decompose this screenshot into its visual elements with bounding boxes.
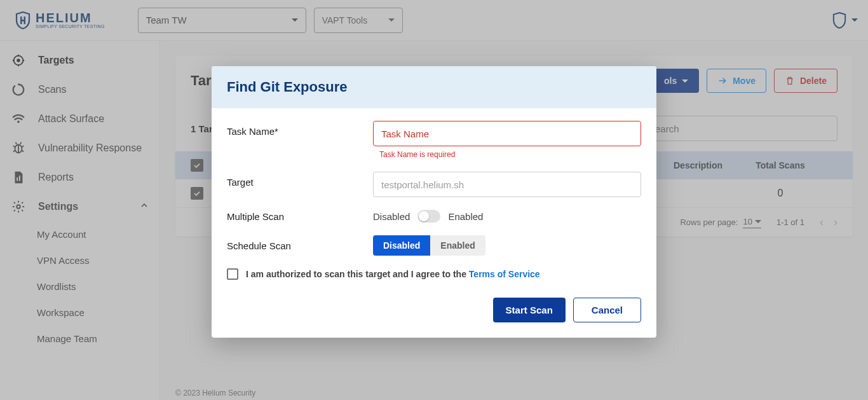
modal-title: Find Git Exposure: [212, 66, 656, 108]
find-git-exposure-modal: Find Git Exposure Task Name* Task Name i…: [212, 66, 656, 338]
consent-text: I am authorized to scan this target and …: [246, 269, 540, 279]
toggle-enabled-text: Enabled: [448, 211, 483, 222]
schedule-scan-segment: Disabled Enabled: [373, 235, 485, 256]
schedule-disabled-button[interactable]: Disabled: [373, 235, 430, 256]
target-label: Target: [227, 172, 373, 188]
task-name-input[interactable]: [373, 121, 641, 146]
consent-checkbox[interactable]: [227, 268, 238, 280]
task-name-label: Task Name*: [227, 121, 373, 137]
multiple-scan-toggle[interactable]: [417, 210, 440, 223]
toggle-disabled-text: Disabled: [373, 211, 410, 222]
task-name-error: Task Name is required: [379, 150, 641, 159]
target-input[interactable]: [373, 172, 641, 197]
cancel-button[interactable]: Cancel: [573, 298, 641, 322]
modal-overlay[interactable]: Find Git Exposure Task Name* Task Name i…: [0, 0, 868, 400]
start-scan-button[interactable]: Start Scan: [493, 298, 566, 322]
schedule-scan-label: Schedule Scan: [227, 240, 373, 251]
schedule-enabled-button[interactable]: Enabled: [430, 235, 485, 256]
terms-link[interactable]: Terms of Service: [469, 269, 540, 279]
multiple-scan-label: Multiple Scan: [227, 211, 373, 222]
